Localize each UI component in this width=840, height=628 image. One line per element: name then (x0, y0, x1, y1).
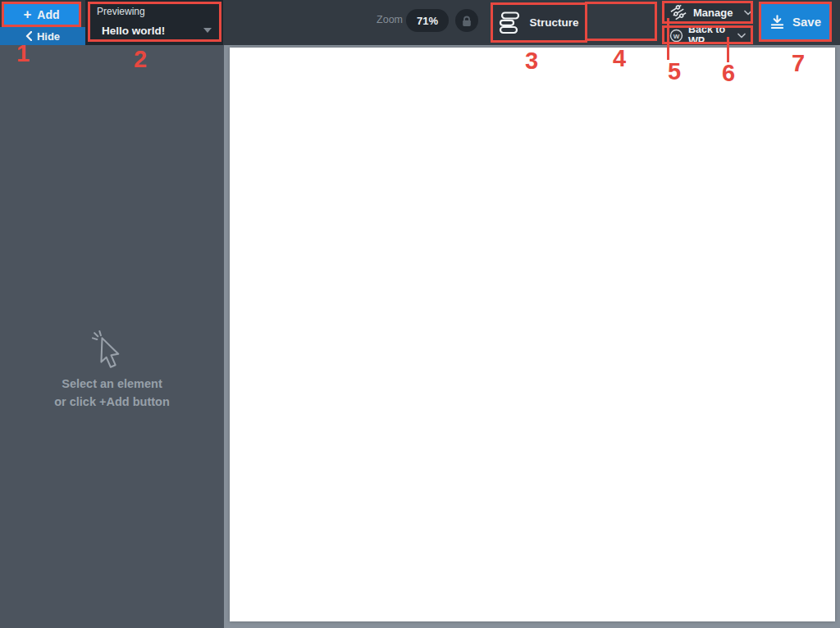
back-to-wp-label: Back to WP (688, 24, 728, 47)
save-button-label: Save (792, 15, 821, 29)
zoom-level-badge[interactable]: 71% (406, 9, 449, 32)
structure-icon (499, 11, 520, 34)
page-selector-value: Hello world! (102, 25, 165, 37)
page-selector-dropdown[interactable]: Hello world! (89, 20, 220, 41)
chevron-left-icon (25, 31, 32, 41)
add-button-label: Add (37, 8, 59, 21)
zoom-label: Zoom (373, 14, 403, 25)
zoom-level-value: 71% (417, 15, 438, 27)
structure-button-label: Structure (529, 16, 578, 29)
svg-text:W: W (673, 32, 680, 39)
sidebar: Select an element or click +Add button (0, 45, 224, 628)
lock-icon (461, 15, 472, 27)
back-to-wp-dropdown[interactable]: W Back to WP (663, 26, 752, 44)
empty-state-line1: Select an element (62, 375, 162, 393)
chevron-down-icon (737, 33, 746, 39)
top-toolbar: + Add Hide Previewing Hello world! Zoom … (0, 0, 840, 45)
empty-state-line2: or click +Add button (54, 393, 170, 411)
preview-page[interactable] (230, 48, 835, 621)
plus-icon: + (23, 7, 31, 21)
lock-button[interactable] (455, 9, 478, 32)
sliders-icon (669, 3, 687, 21)
hide-button-label: Hide (37, 30, 60, 43)
manage-label: Manage (693, 7, 733, 19)
save-icon (769, 15, 785, 30)
manage-dropdown[interactable]: Manage (663, 2, 752, 23)
hide-button[interactable]: Hide (0, 27, 85, 45)
save-button[interactable]: Save (759, 2, 832, 42)
previewing-label: Previewing (97, 6, 145, 17)
cursor-click-icon (92, 330, 133, 371)
wordpress-icon: W (669, 29, 683, 43)
chevron-down-icon (744, 10, 752, 16)
caret-down-icon (203, 28, 212, 33)
structure-button[interactable]: Structure (491, 2, 587, 43)
add-button[interactable]: + Add (2, 2, 81, 27)
history-group: History ↺ ↻ (585, 2, 657, 41)
previewing-panel: Previewing Hello world! (85, 0, 223, 45)
empty-state: Select an element or click +Add button (0, 330, 224, 411)
